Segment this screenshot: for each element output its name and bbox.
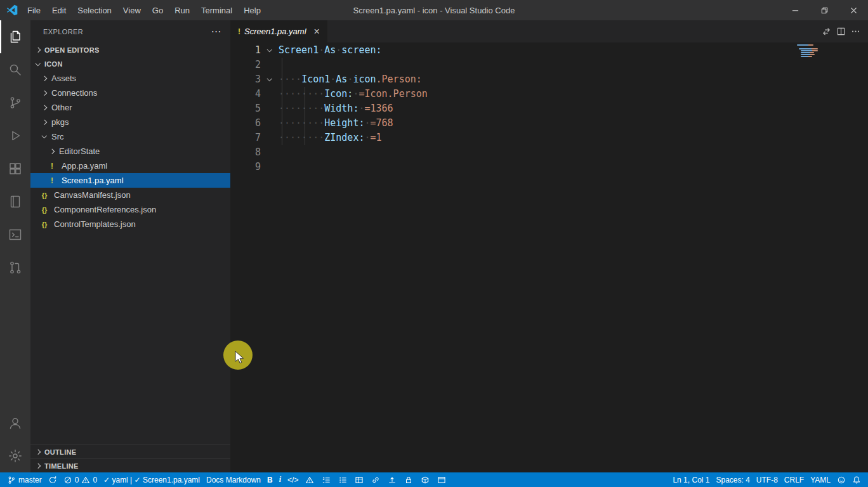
branch-status[interactable]: master — [4, 472, 45, 487]
code-line-4[interactable]: 4········Icon:·=Icon.Person — [230, 87, 868, 101]
code-line-7[interactable]: 7········ZIndex:·=1 — [230, 131, 868, 145]
notebook-activity-button[interactable] — [0, 185, 30, 218]
tab-screen1-pa-yaml[interactable]: ! Screen1.pa.yaml × — [230, 20, 327, 42]
line-col-status[interactable]: Ln 1, Col 1 — [669, 472, 713, 487]
language-status[interactable]: YAML — [807, 472, 834, 487]
link-icon[interactable] — [367, 472, 384, 487]
explorer-activity-button[interactable] — [0, 20, 30, 53]
pull-request-icon — [8, 260, 23, 275]
tab-label: Screen1.pa.yaml — [244, 27, 306, 36]
menu-view[interactable]: View — [117, 0, 147, 20]
timeline-section[interactable]: TIMELINE — [30, 458, 230, 472]
yaml-file-icon: ! — [238, 27, 240, 36]
tree-item-other[interactable]: Other — [30, 100, 230, 115]
code-line-6[interactable]: 6········Height:·=768 — [230, 116, 868, 131]
code-line-3[interactable]: 3····Icon1·As·icon.Person: — [230, 72, 868, 87]
warning-icon — [81, 476, 90, 484]
code-lines: 1Screen1·As·screen:23····Icon1·As·icon.P… — [230, 42, 868, 174]
code-editor[interactable]: 1Screen1·As·screen:23····Icon1·As·icon.P… — [230, 42, 868, 472]
run-debug-activity-button[interactable] — [0, 119, 30, 152]
alert-icon[interactable] — [301, 472, 318, 487]
docs-markdown-status[interactable]: Docs Markdown — [203, 472, 264, 487]
problems-status[interactable]: 0 0 — [60, 472, 100, 487]
code-block-button[interactable]: </> — [284, 472, 301, 487]
tree-item-editorstate[interactable]: EditorState — [30, 144, 230, 159]
ordered-list-icon[interactable] — [318, 472, 334, 487]
search-activity-button[interactable] — [0, 53, 30, 86]
eol-status[interactable]: CRLF — [781, 472, 807, 487]
settings-gear-icon — [8, 448, 23, 464]
code-line-5[interactable]: 5········Width:·=1366 — [230, 101, 868, 116]
root-folder-section[interactable]: ICON — [30, 57, 230, 71]
unordered-list-icon[interactable] — [334, 472, 351, 487]
more-actions-icon[interactable] — [851, 27, 860, 36]
chevron-right-icon — [33, 464, 43, 468]
code-line-2[interactable]: 2 — [230, 58, 868, 72]
menu-edit[interactable]: Edit — [46, 0, 72, 20]
table-icon[interactable] — [351, 472, 367, 487]
tree-item-label: Connections — [51, 88, 97, 98]
code-line-9[interactable]: 9 — [230, 160, 868, 174]
docs-toolbar — [301, 472, 450, 487]
tree-item-canvasmanifest-json[interactable]: {}CanvasManifest.json — [30, 188, 230, 202]
pull-request-activity-button[interactable] — [0, 251, 30, 284]
fold-chevron-icon[interactable] — [261, 43, 279, 58]
tree-item-pkgs[interactable]: pkgs — [30, 115, 230, 129]
terminal-activity-button[interactable] — [0, 218, 30, 251]
settings-gear-activity-button[interactable] — [0, 439, 30, 472]
tree-item-controltemplates-json[interactable]: {}ControlTemplates.json — [30, 217, 230, 231]
line-number: 5 — [230, 101, 261, 116]
upload-icon[interactable] — [384, 472, 400, 487]
menu-selection[interactable]: Selection — [72, 0, 117, 20]
code-line-8[interactable]: 8 — [230, 145, 868, 160]
editor-actions — [822, 20, 868, 42]
code-text: ········ZIndex:·=1 — [279, 131, 382, 145]
bold-button[interactable]: B — [264, 472, 276, 487]
feedback-button[interactable] — [834, 472, 849, 487]
more-actions-icon[interactable]: ⋯ — [211, 29, 221, 35]
code-text: ········Height:·=768 — [279, 116, 393, 131]
restore-button[interactable] — [810, 0, 839, 20]
tree-item-screen1-pa-yaml[interactable]: !Screen1.pa.yaml — [30, 173, 230, 188]
indentation-status[interactable]: Spaces: 4 — [713, 472, 753, 487]
menu-go[interactable]: Go — [147, 0, 169, 20]
package-icon[interactable] — [417, 472, 433, 487]
tree-item-src[interactable]: Src — [30, 129, 230, 144]
encoding-status[interactable]: UTF-8 — [753, 472, 781, 487]
menu-run[interactable]: Run — [169, 0, 195, 20]
preview-window-icon[interactable] — [433, 472, 450, 487]
fold-chevron-icon[interactable] — [261, 72, 279, 87]
minimize-button[interactable] — [780, 0, 810, 20]
workbench: EXPLORER ⋯ OPEN EDITORS ICON AssetsConne… — [0, 20, 868, 472]
chevron-right-icon — [33, 48, 43, 52]
outline-section[interactable]: OUTLINE — [30, 445, 230, 458]
yaml-schema-status[interactable]: ✓ yaml | ✓ Screen1.pa.yaml — [100, 472, 203, 487]
source-control-activity-button[interactable] — [0, 86, 30, 119]
tree-item-app-pa-yaml[interactable]: !App.pa.yaml — [30, 159, 230, 173]
terminal-icon — [8, 227, 23, 242]
tree-item-assets[interactable]: Assets — [30, 71, 230, 86]
tree-item-componentreferences-json[interactable]: {}ComponentReferences.json — [30, 202, 230, 217]
tree-item-connections[interactable]: Connections — [30, 86, 230, 100]
code-line-1[interactable]: 1Screen1·As·screen: — [230, 43, 868, 58]
menu-help[interactable]: Help — [238, 0, 266, 20]
line-number: 2 — [230, 58, 261, 72]
lock-icon[interactable] — [400, 472, 417, 487]
title-bar: FileEditSelectionViewGoRunTerminalHelp S… — [0, 0, 868, 20]
notifications-button[interactable] — [849, 472, 864, 487]
menu-file[interactable]: File — [22, 0, 46, 20]
open-editors-section[interactable]: OPEN EDITORS — [30, 43, 230, 57]
italic-button[interactable]: i — [276, 472, 284, 487]
split-editor-icon[interactable] — [836, 27, 846, 36]
open-changes-icon[interactable] — [822, 27, 831, 36]
close-button[interactable] — [839, 0, 868, 20]
sync-button[interactable] — [45, 472, 60, 487]
branch-icon — [7, 476, 16, 484]
account-activity-button[interactable] — [0, 406, 30, 439]
sidebar-header: EXPLORER ⋯ — [30, 20, 230, 43]
extensions-activity-button[interactable] — [0, 152, 30, 185]
close-tab-icon[interactable]: × — [314, 27, 320, 37]
line-number: 1 — [230, 43, 261, 58]
menu-terminal[interactable]: Terminal — [195, 0, 238, 20]
chevron-right-icon — [47, 150, 57, 153]
